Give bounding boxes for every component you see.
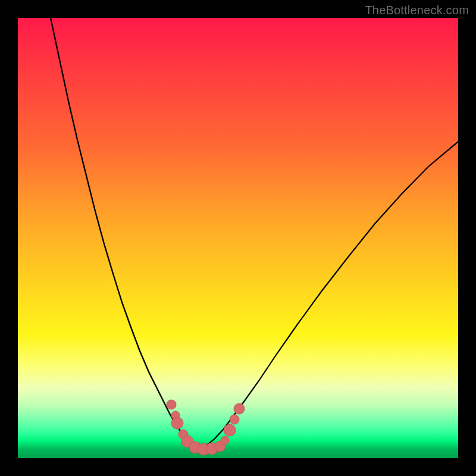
chart-svg <box>18 18 458 458</box>
left-curve <box>51 18 198 450</box>
marker-dot <box>171 417 183 429</box>
marker-dot <box>167 400 176 409</box>
plot-area <box>18 18 458 458</box>
marker-dot <box>234 403 245 414</box>
marker-dot <box>224 424 236 436</box>
marker-dot <box>221 436 229 444</box>
right-curve <box>198 142 458 450</box>
markers-group <box>167 400 245 455</box>
marker-dot <box>230 415 239 424</box>
watermark-text: TheBottleneck.com <box>365 4 469 17</box>
outer-frame: TheBottleneck.com <box>0 0 476 476</box>
curve-group <box>51 18 458 450</box>
